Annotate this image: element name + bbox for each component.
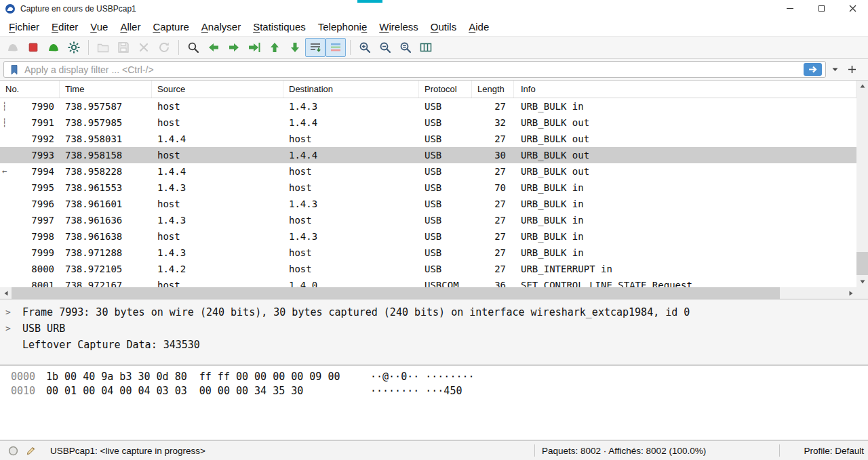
capture-comment-button[interactable]	[22, 442, 39, 459]
column-header-length[interactable]: Length	[472, 81, 514, 98]
stop-capture-icon[interactable]	[23, 38, 43, 57]
menu-label-post: ller	[127, 21, 140, 33]
column-header-destination[interactable]: Destination	[283, 81, 419, 98]
zoom-original-icon[interactable]	[395, 38, 416, 57]
profile-text[interactable]: Profile: Default	[780, 446, 868, 456]
resize-columns-icon[interactable]	[416, 38, 436, 57]
cell-source: 1.4.3	[152, 212, 283, 228]
column-header-source[interactable]: Source	[152, 81, 283, 98]
expander-icon[interactable]: >	[0, 320, 16, 337]
colorize-icon[interactable]	[326, 38, 346, 57]
packet-row[interactable]: 7992 738.958031 1.4.4 host USB 27 URB_BU…	[0, 131, 856, 147]
go-forward-icon[interactable]	[224, 38, 244, 57]
go-to-packet-icon[interactable]	[244, 38, 264, 57]
hex-line[interactable]: 0000 1b 00 40 9a b3 30 0d 80 ff ff 00 00…	[0, 370, 868, 384]
menu-item-aller[interactable]: Aller	[114, 19, 146, 35]
go-first-icon[interactable]	[264, 38, 285, 57]
packet-row[interactable]: ← 7994 738.958228 1.4.4 host USB 27 URB_…	[0, 163, 856, 180]
hex-line[interactable]: 0010 00 01 00 04 00 04 03 03 00 00 00 34…	[0, 384, 868, 398]
add-filter-button[interactable]	[844, 62, 860, 78]
packet-detail-line[interactable]: > USB URB	[0, 320, 868, 337]
main-toolbar	[0, 36, 868, 59]
packet-row[interactable]: 8001 738.972167 host 1.4.0 USBCOM 36 SET…	[0, 277, 856, 287]
menu-item-capture[interactable]: Capture	[146, 19, 195, 35]
cell-destination: host	[283, 261, 419, 277]
filter-dropdown-button[interactable]	[829, 62, 840, 77]
minimize-icon	[787, 8, 793, 9]
zoom-in-icon[interactable]	[355, 38, 375, 57]
menu-item-fichier[interactable]: Fichier	[3, 19, 45, 35]
apply-filter-button[interactable]	[804, 63, 822, 76]
cell-destination: 1.4.3	[283, 98, 419, 114]
menu-item-outils[interactable]: Outils	[425, 19, 462, 35]
window-controls	[774, 0, 868, 17]
open-file-icon[interactable]	[93, 38, 113, 57]
cell-time: 738.958031	[60, 131, 152, 147]
packet-row[interactable]: ┆ 7991 738.957985 host 1.4.4 USB 32 URB_…	[0, 114, 856, 131]
vertical-scrollbar-thumb[interactable]	[856, 252, 868, 275]
packet-row[interactable]: 7995 738.961553 1.4.3 host USB 70 URB_BU…	[0, 180, 856, 196]
column-header-protocol[interactable]: Protocol	[419, 81, 472, 98]
display-filter-field[interactable]	[3, 61, 826, 78]
menu-item-analyser[interactable]: Analyser	[195, 19, 247, 35]
packet-row[interactable]: 7999 738.971288 1.4.3 host USB 27 URB_BU…	[0, 245, 856, 261]
menu-label-post: ide	[475, 21, 489, 33]
menu-item-statistiques[interactable]: Statistiques	[247, 19, 312, 35]
packet-row[interactable]: ┆ 7990 738.957587 host 1.4.3 USB 27 URB_…	[0, 98, 856, 114]
expander-icon[interactable]	[0, 337, 16, 353]
filter-bookmark-button[interactable]	[7, 62, 22, 77]
scroll-right-arrow-icon[interactable]	[845, 287, 856, 299]
start-capture-icon[interactable]	[3, 38, 23, 57]
column-header-info[interactable]: Info	[514, 81, 856, 98]
zoom-out-icon[interactable]	[375, 38, 395, 57]
toolbar-separator	[178, 40, 179, 55]
expert-info-button[interactable]	[4, 442, 22, 459]
cell-protocol: USB	[419, 163, 472, 180]
packet-detail-line[interactable]: > Frame 7993: 30 bytes on wire (240 bits…	[0, 304, 868, 320]
restart-capture-icon[interactable]	[43, 38, 64, 57]
display-filter-input[interactable]	[22, 64, 804, 75]
packet-list-pane: No. Time Source Destination Protocol Len…	[0, 81, 868, 287]
menu-item-wireless[interactable]: Wireless	[373, 19, 425, 35]
cell-no: 7995	[0, 180, 60, 196]
save-file-icon[interactable]	[113, 38, 134, 57]
close-button[interactable]	[837, 0, 868, 17]
scroll-down-arrow-icon[interactable]	[856, 276, 868, 287]
close-file-icon[interactable]	[134, 38, 154, 57]
capture-options-icon[interactable]	[64, 38, 84, 57]
cell-no: 7990	[0, 98, 60, 114]
pencil-icon	[26, 446, 36, 456]
menu-item-telephonie[interactable]: Telephonie	[312, 19, 374, 35]
menu-item-aide[interactable]: Aide	[462, 19, 495, 35]
cell-info: URB_BULK out	[514, 163, 856, 180]
auto-scroll-icon[interactable]	[305, 38, 326, 57]
cell-info: URB_BULK in	[514, 196, 856, 212]
cell-protocol: USB	[419, 261, 472, 277]
horizontal-scrollbar-thumb[interactable]	[12, 287, 780, 299]
packet-row[interactable]: 7993 738.958158 host 1.4.4 USB 30 URB_BU…	[0, 147, 856, 163]
cell-time: 738.961638	[60, 228, 152, 245]
scroll-left-arrow-icon[interactable]	[0, 287, 12, 299]
horizontal-scrollbar[interactable]	[0, 287, 868, 299]
reload-file-icon[interactable]	[154, 38, 174, 57]
menu-item-editer[interactable]: Editer	[45, 19, 84, 35]
column-header-time[interactable]: Time	[60, 81, 152, 98]
go-last-icon[interactable]	[285, 38, 305, 57]
maximize-button[interactable]	[806, 0, 837, 17]
find-packet-icon[interactable]	[183, 38, 203, 57]
vertical-scrollbar[interactable]	[856, 81, 868, 287]
scroll-up-arrow-icon[interactable]	[856, 81, 868, 91]
menu-item-vue[interactable]: Vue	[84, 19, 114, 35]
cell-info: URB_BULK out	[514, 131, 856, 147]
packet-row[interactable]: 8000 738.972105 1.4.2 host USB 27 URB_IN…	[0, 261, 856, 277]
go-back-icon[interactable]	[203, 38, 224, 57]
minimize-button[interactable]	[774, 0, 806, 17]
packet-row[interactable]: 7998 738.961638 host 1.4.3 USB 27 URB_BU…	[0, 228, 856, 245]
packet-row[interactable]: 7996 738.961601 host 1.4.3 USB 27 URB_BU…	[0, 196, 856, 212]
expander-icon[interactable]: >	[0, 304, 16, 320]
packet-detail-line[interactable]: Leftover Capture Data: 343530	[0, 337, 868, 353]
cell-length: 27	[472, 163, 514, 180]
related-packet-mark: ←	[2, 163, 7, 180]
column-header-no[interactable]: No.	[0, 81, 60, 98]
packet-row[interactable]: 7997 738.961636 1.4.3 host USB 27 URB_BU…	[0, 212, 856, 228]
